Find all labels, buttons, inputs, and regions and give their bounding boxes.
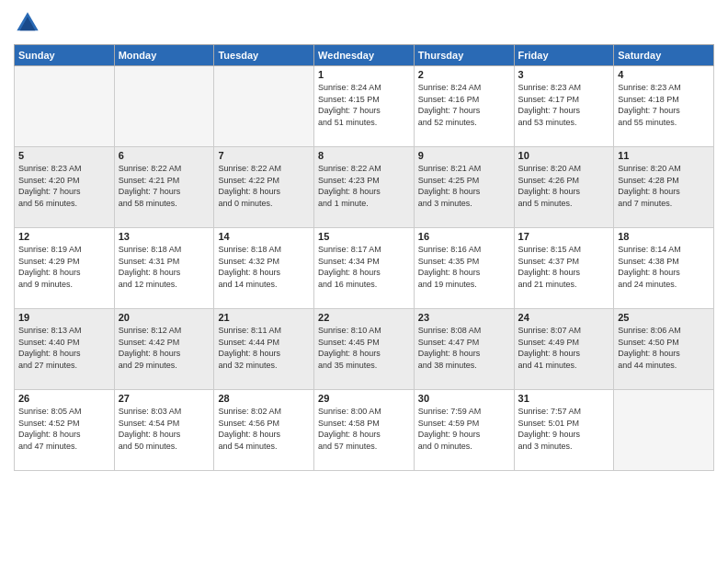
day-number: 7 bbox=[218, 150, 310, 161]
calendar-week-row: 1Sunrise: 8:24 AM Sunset: 4:15 PM Daylig… bbox=[15, 66, 714, 147]
day-info: Sunrise: 8:02 AM Sunset: 4:56 PM Dayligh… bbox=[218, 406, 310, 452]
calendar-header-row: SundayMondayTuesdayWednesdayThursdayFrid… bbox=[15, 45, 714, 66]
calendar-cell: 18Sunrise: 8:14 AM Sunset: 4:38 PM Dayli… bbox=[614, 228, 714, 309]
calendar-cell: 27Sunrise: 8:03 AM Sunset: 4:54 PM Dayli… bbox=[114, 390, 214, 471]
day-info: Sunrise: 8:14 AM Sunset: 4:38 PM Dayligh… bbox=[618, 244, 710, 290]
day-info: Sunrise: 7:57 AM Sunset: 5:01 PM Dayligh… bbox=[518, 406, 610, 452]
calendar-cell: 8Sunrise: 8:22 AM Sunset: 4:23 PM Daylig… bbox=[314, 147, 415, 228]
day-info: Sunrise: 8:22 AM Sunset: 4:22 PM Dayligh… bbox=[218, 163, 310, 209]
page-container: SundayMondayTuesdayWednesdayThursdayFrid… bbox=[0, 0, 728, 563]
day-number: 15 bbox=[318, 231, 410, 242]
calendar-cell: 10Sunrise: 8:20 AM Sunset: 4:26 PM Dayli… bbox=[514, 147, 614, 228]
calendar-cell bbox=[15, 66, 115, 147]
day-info: Sunrise: 8:23 AM Sunset: 4:20 PM Dayligh… bbox=[18, 163, 110, 209]
day-number: 17 bbox=[518, 231, 610, 242]
day-number: 23 bbox=[418, 312, 510, 323]
day-number: 16 bbox=[418, 231, 510, 242]
calendar-cell: 25Sunrise: 8:06 AM Sunset: 4:50 PM Dayli… bbox=[614, 309, 714, 390]
day-number: 11 bbox=[618, 150, 710, 161]
day-number: 20 bbox=[119, 312, 210, 323]
calendar-cell: 21Sunrise: 8:11 AM Sunset: 4:44 PM Dayli… bbox=[214, 309, 314, 390]
calendar-cell: 13Sunrise: 8:18 AM Sunset: 4:31 PM Dayli… bbox=[114, 228, 214, 309]
day-number: 1 bbox=[318, 69, 410, 80]
weekday-header: Friday bbox=[514, 45, 614, 66]
day-info: Sunrise: 8:03 AM Sunset: 4:54 PM Dayligh… bbox=[119, 406, 210, 452]
calendar-cell: 6Sunrise: 8:22 AM Sunset: 4:21 PM Daylig… bbox=[114, 147, 214, 228]
day-info: Sunrise: 8:11 AM Sunset: 4:44 PM Dayligh… bbox=[218, 325, 310, 371]
calendar-cell bbox=[114, 66, 214, 147]
calendar-cell: 1Sunrise: 8:24 AM Sunset: 4:15 PM Daylig… bbox=[314, 66, 415, 147]
calendar-cell: 28Sunrise: 8:02 AM Sunset: 4:56 PM Dayli… bbox=[214, 390, 314, 471]
day-info: Sunrise: 8:10 AM Sunset: 4:45 PM Dayligh… bbox=[318, 325, 410, 371]
calendar-cell: 16Sunrise: 8:16 AM Sunset: 4:35 PM Dayli… bbox=[414, 228, 514, 309]
weekday-header: Monday bbox=[114, 45, 214, 66]
day-info: Sunrise: 8:22 AM Sunset: 4:21 PM Dayligh… bbox=[119, 163, 210, 209]
calendar-cell: 23Sunrise: 8:08 AM Sunset: 4:47 PM Dayli… bbox=[414, 309, 514, 390]
day-info: Sunrise: 8:20 AM Sunset: 4:28 PM Dayligh… bbox=[618, 163, 710, 209]
day-info: Sunrise: 8:07 AM Sunset: 4:49 PM Dayligh… bbox=[518, 325, 610, 371]
calendar-cell: 14Sunrise: 8:18 AM Sunset: 4:32 PM Dayli… bbox=[214, 228, 314, 309]
calendar-cell: 20Sunrise: 8:12 AM Sunset: 4:42 PM Dayli… bbox=[114, 309, 214, 390]
day-number: 5 bbox=[18, 150, 110, 161]
day-info: Sunrise: 8:15 AM Sunset: 4:37 PM Dayligh… bbox=[518, 244, 610, 290]
calendar-cell: 9Sunrise: 8:21 AM Sunset: 4:25 PM Daylig… bbox=[414, 147, 514, 228]
day-number: 6 bbox=[119, 150, 210, 161]
weekday-header: Thursday bbox=[414, 45, 514, 66]
day-number: 8 bbox=[318, 150, 410, 161]
day-number: 12 bbox=[18, 231, 110, 242]
calendar-cell: 29Sunrise: 8:00 AM Sunset: 4:58 PM Dayli… bbox=[314, 390, 415, 471]
day-info: Sunrise: 8:13 AM Sunset: 4:40 PM Dayligh… bbox=[18, 325, 110, 371]
day-info: Sunrise: 8:00 AM Sunset: 4:58 PM Dayligh… bbox=[318, 406, 410, 452]
weekday-header: Wednesday bbox=[314, 45, 415, 66]
day-info: Sunrise: 8:08 AM Sunset: 4:47 PM Dayligh… bbox=[418, 325, 510, 371]
calendar-cell: 15Sunrise: 8:17 AM Sunset: 4:34 PM Dayli… bbox=[314, 228, 415, 309]
calendar-cell: 2Sunrise: 8:24 AM Sunset: 4:16 PM Daylig… bbox=[414, 66, 514, 147]
day-info: Sunrise: 8:22 AM Sunset: 4:23 PM Dayligh… bbox=[318, 163, 410, 209]
calendar-cell: 26Sunrise: 8:05 AM Sunset: 4:52 PM Dayli… bbox=[15, 390, 115, 471]
day-info: Sunrise: 8:12 AM Sunset: 4:42 PM Dayligh… bbox=[119, 325, 210, 371]
day-number: 25 bbox=[618, 312, 710, 323]
calendar-week-row: 26Sunrise: 8:05 AM Sunset: 4:52 PM Dayli… bbox=[15, 390, 714, 471]
day-info: Sunrise: 8:24 AM Sunset: 4:15 PM Dayligh… bbox=[318, 82, 410, 128]
day-number: 14 bbox=[218, 231, 310, 242]
calendar-cell: 19Sunrise: 8:13 AM Sunset: 4:40 PM Dayli… bbox=[15, 309, 115, 390]
day-info: Sunrise: 8:23 AM Sunset: 4:18 PM Dayligh… bbox=[618, 82, 710, 128]
weekday-header: Sunday bbox=[15, 45, 115, 66]
day-number: 30 bbox=[418, 393, 510, 404]
day-number: 3 bbox=[518, 69, 610, 80]
weekday-header: Saturday bbox=[614, 45, 714, 66]
calendar-cell: 17Sunrise: 8:15 AM Sunset: 4:37 PM Dayli… bbox=[514, 228, 614, 309]
calendar-week-row: 12Sunrise: 8:19 AM Sunset: 4:29 PM Dayli… bbox=[15, 228, 714, 309]
calendar-cell: 7Sunrise: 8:22 AM Sunset: 4:22 PM Daylig… bbox=[214, 147, 314, 228]
calendar-cell: 3Sunrise: 8:23 AM Sunset: 4:17 PM Daylig… bbox=[514, 66, 614, 147]
calendar-cell: 11Sunrise: 8:20 AM Sunset: 4:28 PM Dayli… bbox=[614, 147, 714, 228]
day-number: 26 bbox=[18, 393, 110, 404]
calendar-cell: 12Sunrise: 8:19 AM Sunset: 4:29 PM Dayli… bbox=[15, 228, 115, 309]
calendar-cell: 4Sunrise: 8:23 AM Sunset: 4:18 PM Daylig… bbox=[614, 66, 714, 147]
day-info: Sunrise: 8:17 AM Sunset: 4:34 PM Dayligh… bbox=[318, 244, 410, 290]
weekday-header: Tuesday bbox=[214, 45, 314, 66]
day-info: Sunrise: 8:23 AM Sunset: 4:17 PM Dayligh… bbox=[518, 82, 610, 128]
day-number: 22 bbox=[318, 312, 410, 323]
logo-icon bbox=[14, 9, 41, 37]
day-info: Sunrise: 8:19 AM Sunset: 4:29 PM Dayligh… bbox=[18, 244, 110, 290]
day-info: Sunrise: 8:16 AM Sunset: 4:35 PM Dayligh… bbox=[418, 244, 510, 290]
day-info: Sunrise: 8:21 AM Sunset: 4:25 PM Dayligh… bbox=[418, 163, 510, 209]
day-number: 9 bbox=[418, 150, 510, 161]
calendar-cell bbox=[614, 390, 714, 471]
calendar-cell: 30Sunrise: 7:59 AM Sunset: 4:59 PM Dayli… bbox=[414, 390, 514, 471]
day-number: 31 bbox=[518, 393, 610, 404]
day-number: 13 bbox=[119, 231, 210, 242]
logo bbox=[14, 9, 45, 37]
calendar-cell: 5Sunrise: 8:23 AM Sunset: 4:20 PM Daylig… bbox=[15, 147, 115, 228]
calendar-week-row: 5Sunrise: 8:23 AM Sunset: 4:20 PM Daylig… bbox=[15, 147, 714, 228]
day-info: Sunrise: 8:18 AM Sunset: 4:32 PM Dayligh… bbox=[218, 244, 310, 290]
day-info: Sunrise: 8:18 AM Sunset: 4:31 PM Dayligh… bbox=[119, 244, 210, 290]
day-number: 24 bbox=[518, 312, 610, 323]
calendar-cell: 31Sunrise: 7:57 AM Sunset: 5:01 PM Dayli… bbox=[514, 390, 614, 471]
day-number: 2 bbox=[418, 69, 510, 80]
day-number: 18 bbox=[618, 231, 710, 242]
calendar-week-row: 19Sunrise: 8:13 AM Sunset: 4:40 PM Dayli… bbox=[15, 309, 714, 390]
day-info: Sunrise: 7:59 AM Sunset: 4:59 PM Dayligh… bbox=[418, 406, 510, 452]
day-info: Sunrise: 8:20 AM Sunset: 4:26 PM Dayligh… bbox=[518, 163, 610, 209]
